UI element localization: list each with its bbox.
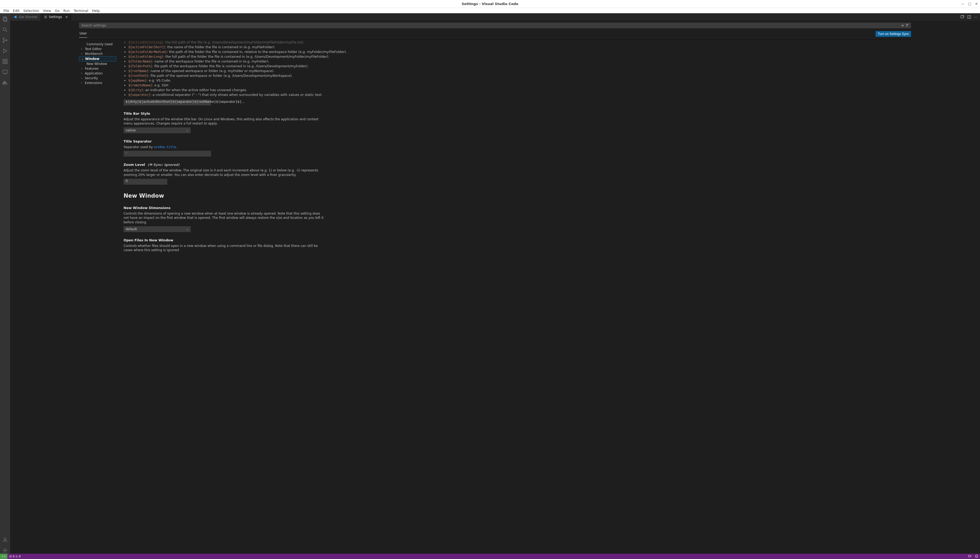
chevron-right-icon: ›: [81, 72, 82, 75]
svg-point-18: [4, 538, 6, 540]
menu-terminal[interactable]: Terminal: [72, 8, 90, 13]
setting-label-zoom-level: Zoom Level (👁Sync: Ignored): [124, 162, 325, 167]
run-debug-icon[interactable]: [2, 48, 8, 54]
menu-selection[interactable]: Selection: [22, 8, 41, 13]
setting-label-new-window-dimensions: New Window Dimensions: [124, 205, 325, 210]
svg-rect-17: [4, 81, 5, 83]
svg-point-19: [4, 550, 6, 551]
setting-desc: Controls the dimensions of opening a new…: [124, 212, 325, 225]
remote-explorer-icon[interactable]: [2, 69, 8, 75]
source-control-icon[interactable]: [2, 37, 8, 43]
settings-search-placeholder: Search settings: [81, 23, 901, 27]
editor-tabs: Get Started Settings ✕ ⋯: [10, 13, 980, 21]
svg-point-4: [3, 38, 4, 39]
svg-point-5: [3, 41, 4, 43]
tab-settings[interactable]: Settings ✕: [41, 13, 71, 21]
toc-extensions[interactable]: ›Extensions: [79, 81, 116, 85]
filter-icon[interactable]: [905, 23, 909, 27]
tab-get-started[interactable]: Get Started: [10, 13, 41, 21]
setting-desc: Controls whether files should open in a …: [124, 244, 325, 253]
svg-rect-14: [3, 83, 4, 83]
tab-label: Settings: [49, 15, 62, 19]
accounts-icon[interactable]: [2, 537, 8, 543]
svg-rect-16: [5, 83, 7, 83]
chevron-right-icon: ›: [81, 81, 82, 84]
status-notifications-icon[interactable]: [973, 554, 980, 558]
setting-label-open-files-new-window: Open Files In New Window: [124, 238, 325, 243]
status-problems[interactable]: ⓧ0 ⚠0: [7, 554, 22, 559]
svg-rect-9: [3, 62, 5, 64]
menubar: File Edit Selection View Go Run Terminal…: [0, 8, 980, 13]
setting-label-title-separator: Title Separator: [124, 139, 325, 144]
svg-rect-10: [5, 62, 7, 64]
chevron-right-icon: ›: [81, 52, 82, 55]
remote-indicator[interactable]: [0, 554, 7, 559]
menu-view[interactable]: View: [41, 8, 53, 13]
status-feedback-icon[interactable]: [966, 554, 973, 558]
window-title-input[interactable]: ${dirty}${activeEditorShort}${separator}…: [124, 99, 211, 106]
sync-ignored-badge: (👁Sync: Ignored): [148, 163, 179, 167]
scope-user-tab[interactable]: User: [79, 30, 87, 38]
more-actions-icon[interactable]: ⋯: [974, 15, 977, 19]
toc-application[interactable]: ›Application: [79, 71, 116, 76]
title-bar-style-select[interactable]: native ⌄: [124, 127, 191, 133]
chevron-down-icon: ⌄: [186, 129, 189, 132]
menu-run[interactable]: Run: [61, 8, 72, 13]
maximize-icon[interactable]: ▢: [968, 2, 971, 6]
svg-rect-23: [961, 16, 963, 18]
settings-content[interactable]: ${activeEditorLong}: the full path of th…: [116, 40, 911, 554]
open-settings-json-icon[interactable]: [960, 15, 964, 19]
toc-workbench[interactable]: ›Workbench: [79, 51, 116, 56]
setting-desc: Adjust the zoom level of the window. The…: [124, 168, 325, 177]
svg-rect-8: [3, 60, 5, 61]
clear-search-icon[interactable]: ≡: [901, 23, 904, 27]
status-bar: ⓧ0 ⚠0: [0, 554, 980, 559]
title-separator-input[interactable]: -: [124, 151, 211, 157]
toc-commonly-used[interactable]: Commonly Used: [79, 42, 116, 46]
menu-go[interactable]: Go: [53, 8, 61, 13]
tab-close-icon[interactable]: ✕: [65, 15, 68, 19]
toc-security[interactable]: ›Security: [79, 76, 116, 81]
turn-on-settings-sync-button[interactable]: Turn on Settings Sync: [876, 31, 911, 37]
error-icon: ⓧ: [9, 554, 12, 559]
toc-features[interactable]: ›Features: [79, 66, 116, 71]
svg-marker-7: [4, 49, 7, 53]
toc-new-window[interactable]: New Window: [79, 61, 116, 66]
os-window-title: Settings - Visual Studio Code: [462, 2, 518, 6]
new-window-dimensions-select[interactable]: default ⌄: [124, 226, 191, 232]
section-new-window: New Window: [124, 192, 909, 200]
svg-rect-11: [5, 60, 7, 61]
svg-rect-12: [3, 70, 7, 73]
close-icon[interactable]: ✕: [975, 2, 978, 6]
svg-line-3: [6, 30, 7, 32]
explorer-icon[interactable]: [2, 16, 8, 22]
warning-icon: ⚠: [15, 555, 18, 558]
settings-search[interactable]: Search settings ≡: [79, 23, 911, 28]
chevron-down-icon: ⌄: [186, 227, 189, 231]
chevron-right-icon: ›: [81, 48, 82, 50]
svg-point-6: [6, 40, 7, 41]
activity-bar: [0, 13, 10, 554]
search-icon[interactable]: [2, 26, 8, 33]
os-titlebar: Settings - Visual Studio Code — ▢ ✕: [0, 0, 980, 8]
settings-gear-icon[interactable]: [2, 547, 8, 554]
minimize-icon[interactable]: —: [961, 2, 964, 6]
split-editor-icon[interactable]: [967, 15, 971, 19]
toc-text-editor[interactable]: ›Text Editor: [79, 46, 116, 51]
menu-file[interactable]: File: [2, 8, 11, 13]
setting-desc: Adjust the appearance of the window titl…: [124, 117, 325, 126]
extensions-icon[interactable]: [2, 58, 8, 64]
settings-list-icon: [44, 15, 48, 19]
toc-window[interactable]: ⌄Window: [79, 56, 116, 61]
docker-icon[interactable]: [2, 79, 8, 86]
menu-edit[interactable]: Edit: [11, 8, 22, 13]
menu-help[interactable]: Help: [90, 8, 102, 13]
svg-rect-15: [4, 83, 5, 83]
chevron-right-icon: ›: [81, 67, 82, 70]
svg-point-2: [3, 28, 6, 31]
setting-desc: Separator used by window.title.: [124, 145, 325, 149]
vscode-icon: [13, 15, 17, 19]
chevron-down-icon: ⌄: [81, 57, 83, 60]
settings-toc: Commonly Used ›Text Editor ›Workbench ⌄W…: [79, 40, 116, 554]
zoom-level-input[interactable]: 0: [124, 179, 167, 185]
